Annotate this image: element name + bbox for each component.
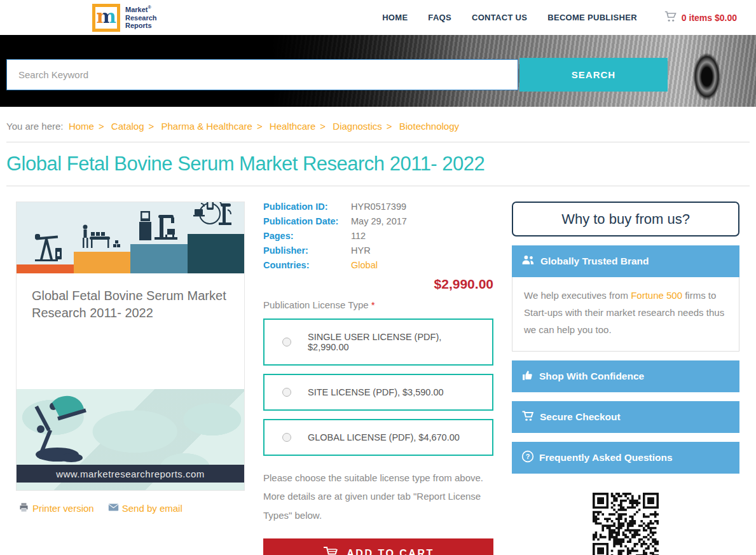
qr-code: [593, 493, 659, 555]
send-by-email-label: Send by email: [122, 503, 182, 514]
cover-step-orange: [17, 264, 74, 273]
breadcrumb-separator: >: [99, 121, 104, 132]
breadcrumb-separator: >: [320, 121, 326, 132]
iot-cloud-icon: [192, 202, 234, 233]
breadcrumb-healthcare[interactable]: Healthcare: [270, 121, 316, 132]
benefit-globally-trusted[interactable]: Globally Trusted Brand: [512, 245, 739, 277]
license-option-label: GLOBAL LICENSE (PDF), $4,670.00: [308, 432, 460, 442]
license-option-label: SINGLE USER LICENSE (PDF), $2,990.00: [308, 332, 482, 352]
breadcrumb-prefix: You are here:: [6, 121, 64, 132]
cover-step-blue: [130, 244, 188, 273]
benefit-label: Shop With Confidence: [539, 371, 644, 382]
breadcrumb-biotechnology[interactable]: Biotechnology: [399, 121, 459, 132]
benefit-label: Secure Checkout: [540, 411, 621, 423]
printer-version-label: Printer version: [32, 503, 94, 514]
license-option-site[interactable]: SITE LICENSE (PDF), $3,590.00: [263, 374, 493, 411]
share-row: Printer version Send by email: [18, 502, 245, 514]
radio-button[interactable]: [282, 338, 291, 346]
radio-button[interactable]: [282, 388, 291, 397]
nav-faqs[interactable]: FAQS: [428, 13, 451, 22]
cover-step-amber: [74, 252, 131, 273]
license-option-single-user[interactable]: SINGLE USER LICENSE (PDF), $2,990.00: [263, 319, 493, 366]
cart-summary[interactable]: 0 items $0.00: [664, 10, 737, 25]
detail-value: HYR0517399: [351, 202, 406, 212]
add-to-cart-button[interactable]: ADD TO CART: [263, 538, 493, 555]
detail-label: Publisher:: [263, 245, 351, 256]
license-type-text: Publication License Type: [263, 299, 369, 310]
detail-label: Pages:: [263, 231, 351, 241]
benefit-shop-with-confidence[interactable]: Shop With Confidence: [512, 360, 739, 392]
cover-title: Global Fetal Bovine Serum Market Researc…: [32, 287, 229, 322]
report-cover-column: Global Fetal Bovine Serum Market Researc…: [16, 202, 245, 555]
price: $2,990.00: [263, 277, 493, 292]
detail-row-publication-id: Publication ID: HYR0517399: [263, 202, 493, 212]
breadcrumb-pharma-healthcare[interactable]: Pharma & Healthcare: [161, 121, 252, 132]
search-form: SEARCH: [6, 59, 668, 92]
registered-mark: ®: [148, 5, 151, 10]
fortune-500-link[interactable]: Fortune 500: [631, 290, 682, 301]
nav-become-publisher[interactable]: BECOME PUBLISHER: [547, 13, 637, 22]
purchase-column: Publication ID: HYR0517399 Publication D…: [263, 202, 493, 555]
breadcrumb-separator: >: [387, 121, 392, 132]
top-nav: HOME FAQS CONTACT US BECOME PUBLISHER: [382, 13, 637, 22]
search-button[interactable]: SEARCH: [519, 58, 668, 92]
printer-version-link[interactable]: Printer version: [18, 502, 94, 514]
license-type-label: Publication License Type *: [263, 299, 493, 310]
logo-line-1: Market: [125, 6, 148, 13]
cover-title-band: Global Fetal Bovine Serum Market Researc…: [17, 273, 244, 389]
license-option-global[interactable]: GLOBAL LICENSE (PDF), $4,670.00: [263, 419, 493, 456]
send-by-email-link[interactable]: Send by email: [108, 503, 182, 514]
pumpjack-icon: [32, 231, 67, 264]
why-buy-title: Why to buy from us?: [561, 211, 690, 228]
detail-row-pages: Pages: 112: [263, 231, 493, 241]
benefit-globally-trusted-text: We help executives from Fortune 500 firm…: [512, 277, 739, 352]
detail-label: Countries:: [263, 260, 351, 270]
nav-home[interactable]: HOME: [382, 13, 408, 22]
report-cover-image: Global Fetal Bovine Serum Market Researc…: [16, 202, 245, 491]
detail-label: Publication Date:: [263, 216, 351, 226]
logo-mark-icon: m: [92, 4, 120, 32]
cover-map-section: www.marketresearchreports.com: [17, 389, 244, 490]
countries-link[interactable]: Global: [351, 260, 378, 270]
divider: [6, 142, 750, 142]
trusted-text-before: We help executives from: [524, 290, 631, 301]
license-option-label: SITE LICENSE (PDF), $3,590.00: [308, 387, 444, 397]
benefit-label: Frequently Asked Questions: [539, 452, 673, 463]
benefits-sidebar: Why to buy from us? Globally Trusted Bra…: [512, 202, 739, 555]
breadcrumb-diagnostics[interactable]: Diagnostics: [333, 121, 382, 132]
required-asterisk: *: [371, 299, 375, 310]
license-note: Please choose the suitable license type …: [263, 469, 493, 524]
detail-row-publisher: Publisher: HYR: [263, 245, 493, 256]
product-page: m Market® Research Reports HOME FAQS CON…: [0, 0, 756, 555]
desk-lamp-icon: [24, 394, 106, 466]
benefit-label: Globally Trusted Brand: [540, 256, 649, 267]
detail-value: May 29, 2017: [351, 216, 407, 226]
add-to-cart-label: ADD TO CART: [347, 548, 434, 555]
cover-website-bar: www.marketresearchreports.com: [17, 465, 244, 483]
logo-line-2: Research: [125, 14, 157, 22]
email-icon: [108, 503, 119, 514]
why-buy-box: Why to buy from us?: [512, 202, 739, 236]
breadcrumb: You are here: Home> Catalog> Pharma & He…: [0, 107, 756, 132]
benefit-faq[interactable]: ? Frequently Asked Questions: [512, 442, 739, 474]
radio-button[interactable]: [282, 433, 291, 442]
breadcrumb-catalog[interactable]: Catalog: [111, 121, 144, 132]
detail-label: Publication ID:: [263, 202, 351, 212]
users-icon: [521, 254, 535, 268]
cart-count-total: 0 items $0.00: [682, 13, 737, 23]
content-columns: Global Fetal Bovine Serum Market Researc…: [0, 186, 756, 555]
logo-wordmark: Market® Research Reports: [125, 5, 157, 30]
cover-website: www.marketresearchreports.com: [56, 469, 205, 479]
detail-row-countries: Countries: Global: [263, 260, 493, 270]
breadcrumb-home[interactable]: Home: [69, 121, 94, 132]
question-circle-icon: ?: [521, 450, 534, 465]
benefit-secure-checkout[interactable]: Secure Checkout: [512, 401, 739, 433]
site-logo[interactable]: m Market® Research Reports: [92, 4, 157, 32]
site-header: m Market® Research Reports HOME FAQS CON…: [0, 0, 756, 35]
assembly-line-icon: [80, 224, 122, 252]
cover-step-teal: [188, 234, 245, 273]
breadcrumb-separator: >: [149, 121, 155, 132]
nav-contact-us[interactable]: CONTACT US: [472, 13, 527, 22]
search-input[interactable]: [6, 59, 518, 90]
svg-text:?: ?: [526, 453, 530, 460]
